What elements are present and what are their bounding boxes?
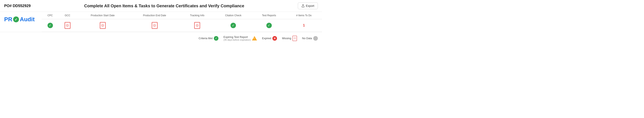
cell-citation-check: ✓ bbox=[214, 19, 252, 32]
legend-expiring: Expiring Test Report (45 days before exp… bbox=[224, 36, 257, 41]
expiring-warning-icon bbox=[252, 36, 257, 40]
cpc-check-icon: ✓ bbox=[48, 23, 53, 28]
pro-audit-label: PR✓Audit bbox=[4, 16, 34, 23]
page-title: Complete All Open Items & Tasks to Gener… bbox=[31, 4, 298, 8]
prod-start-missing-icon bbox=[100, 22, 106, 29]
top-bar: PO# DD552929 Complete All Open Items & T… bbox=[0, 0, 322, 12]
table-row: ✓ ✓ bbox=[42, 19, 322, 32]
col-items-todo: # Items To Do bbox=[286, 12, 322, 19]
tracking-missing-icon bbox=[194, 22, 200, 29]
table-header-row: CPC GCC Production Start Date Production… bbox=[42, 12, 322, 19]
gcc-missing-icon bbox=[64, 22, 70, 29]
export-label: Export bbox=[306, 4, 314, 8]
col-cpc: CPC bbox=[42, 12, 58, 19]
criteria-met-icon: ✓ bbox=[214, 36, 218, 41]
audit-text: Audit bbox=[20, 16, 35, 23]
cell-production-end bbox=[129, 19, 180, 32]
prod-end-missing-icon bbox=[152, 22, 158, 29]
po-number: PO# DD552929 bbox=[4, 4, 31, 8]
content-area: PR✓Audit CPC GCC Production Start Date P… bbox=[0, 12, 322, 32]
cell-cpc: ✓ bbox=[42, 19, 58, 32]
expired-label: Expired bbox=[262, 37, 271, 40]
missing-doc-icon: ☹ bbox=[292, 36, 297, 41]
nodata-label: No Data bbox=[302, 37, 312, 40]
cell-gcc bbox=[58, 19, 76, 32]
main-table: CPC GCC Production Start Date Production… bbox=[42, 12, 322, 32]
col-test-reports: Test Reports bbox=[252, 12, 286, 19]
col-production-end: Production End Date bbox=[129, 12, 180, 19]
table-area: CPC GCC Production Start Date Production… bbox=[42, 12, 322, 32]
criteria-met-label: Criteria Met bbox=[198, 37, 212, 40]
test-reports-check-icon: ✓ bbox=[266, 23, 272, 28]
cell-items-todo: 1 bbox=[286, 19, 322, 32]
legend-expired: Expired ✕ bbox=[262, 36, 277, 41]
pro-text: PR bbox=[4, 16, 12, 23]
items-todo-count: 1 bbox=[303, 24, 305, 27]
cell-test-reports: ✓ bbox=[252, 19, 286, 32]
expired-icon: ✕ bbox=[272, 36, 277, 41]
missing-label: Missing bbox=[282, 37, 291, 40]
expiring-label: Expiring Test Report bbox=[224, 36, 248, 38]
col-tracking-info: Tracking Info bbox=[180, 12, 214, 19]
cell-tracking-info bbox=[180, 19, 214, 32]
export-button[interactable]: Export bbox=[298, 2, 318, 9]
citation-check-icon: ✓ bbox=[230, 23, 236, 28]
expiring-sub-label: (45 days before expiration) bbox=[224, 38, 251, 41]
legend-missing: Missing ☹ bbox=[282, 36, 297, 41]
col-production-start: Production Start Date bbox=[76, 12, 129, 19]
legend-nodata: No Data bbox=[302, 36, 318, 41]
nodata-icon bbox=[313, 36, 318, 41]
col-gcc: GCC bbox=[58, 12, 76, 19]
legend-criteria-met: Criteria Met ✓ bbox=[198, 36, 218, 41]
check-circle-icon: ✓ bbox=[13, 16, 19, 22]
export-icon bbox=[301, 4, 305, 8]
left-label-area: PR✓Audit bbox=[0, 12, 42, 32]
col-citation-check: Citation Check bbox=[214, 12, 252, 19]
legend-row: Criteria Met ✓ Expiring Test Report (45 … bbox=[0, 32, 322, 43]
cell-production-start bbox=[76, 19, 129, 32]
